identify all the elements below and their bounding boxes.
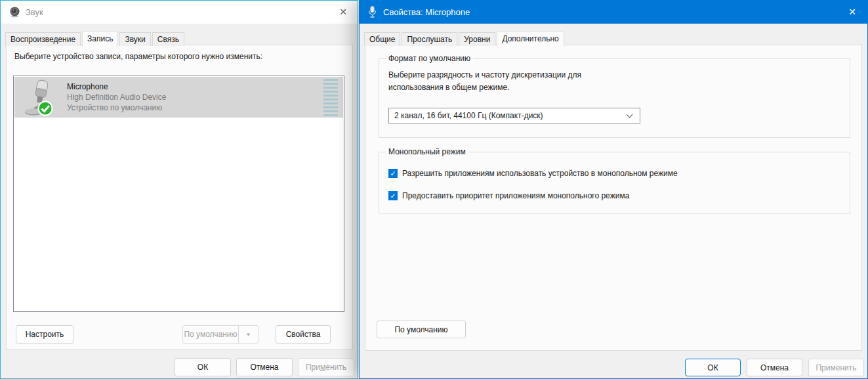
sound-window-title: Звук <box>26 1 43 24</box>
allow-exclusive-mode-checkbox[interactable]: ✓ <box>388 169 398 178</box>
properties-ok-button[interactable]: ОК <box>685 359 741 376</box>
exclusive-priority-row: ✓ Предоставить приоритет приложениям мон… <box>388 191 629 200</box>
sound-tabstrip: Воспроизведение Запись Звуки Связь <box>5 31 186 46</box>
device-default-status: Устройство по умолчанию <box>67 103 162 112</box>
default-format-legend: Формат по умолчанию <box>386 54 473 63</box>
sound-window: Звук ✕ Воспроизведение Запись Звуки Связ… <box>0 0 358 379</box>
recording-instruction: Выберите устройство записи, параметры ко… <box>14 52 262 61</box>
microphone-properties-window: Свойства: Microphone ✕ Общие Прослушать … <box>359 0 868 379</box>
sound-cancel-button[interactable]: Отмена <box>236 358 293 376</box>
recording-devices-list[interactable]: Microphone High Definition Audio Device … <box>13 76 344 312</box>
allow-exclusive-mode-label: Разрешить приложениям использовать устро… <box>402 169 678 178</box>
properties-tabstrip: Общие Прослушать Уровни Дополнительно <box>364 31 566 46</box>
tab-levels[interactable]: Уровни <box>459 32 495 46</box>
default-format-description-line2: использования в общем режиме. <box>388 81 509 94</box>
restore-defaults-button[interactable]: По умолчанию <box>377 321 466 338</box>
exclusive-priority-label: Предоставить приоритет приложениям моноп… <box>402 191 629 200</box>
properties-button[interactable]: Свойства <box>276 325 331 344</box>
default-format-groupbox: Формат по умолчанию Выберите разрядность… <box>379 58 850 138</box>
exclusive-priority-checkbox[interactable]: ✓ <box>388 191 398 200</box>
tab-general[interactable]: Общие <box>364 32 400 46</box>
sound-titlebar: Звук ✕ <box>1 1 358 24</box>
microphone-icon <box>368 6 377 20</box>
properties-titlebar: Свойства: Microphone ✕ <box>360 1 867 24</box>
tab-recording[interactable]: Запись <box>82 31 118 47</box>
desktop: Звук ✕ Воспроизведение Запись Звуки Связ… <box>0 0 868 379</box>
default-format-combobox[interactable]: 2 канал, 16 бит, 44100 Гц (Компакт-диск) <box>388 108 640 123</box>
default-format-description-line1: Выберите разрядность и частоту дискретиз… <box>388 69 581 81</box>
configure-button[interactable]: Настроить <box>16 325 73 344</box>
chevron-down-icon <box>627 112 633 118</box>
properties-window-title: Свойства: Microphone <box>383 1 470 24</box>
exclusive-mode-groupbox: Монопольный режим ✓ Разрешить приложения… <box>379 152 850 213</box>
recording-tab-page: Выберите устройство записи, параметры ко… <box>6 45 353 350</box>
close-icon[interactable]: ✕ <box>329 1 358 24</box>
properties-cancel-button[interactable]: Отмена <box>747 359 802 376</box>
tab-advanced[interactable]: Дополнительно <box>497 31 564 47</box>
input-level-meter <box>323 79 338 116</box>
tab-playback[interactable]: Воспроизведение <box>5 32 81 46</box>
device-row-microphone[interactable]: Microphone High Definition Audio Device … <box>14 77 343 118</box>
set-default-button[interactable]: По умолчанию <box>182 325 239 344</box>
device-name: Microphone <box>67 82 108 91</box>
sound-apply-button[interactable]: Применить <box>298 358 354 376</box>
apply-label-pre: При <box>306 363 320 372</box>
tab-communications[interactable]: Связь <box>152 32 184 46</box>
microphone-device-icon <box>21 79 58 119</box>
tab-sounds[interactable]: Звуки <box>119 32 150 46</box>
sound-ok-button[interactable]: ОК <box>175 358 231 376</box>
tab-listen[interactable]: Прослушать <box>402 32 457 46</box>
speaker-icon <box>9 7 21 20</box>
allow-exclusive-mode-row: ✓ Разрешить приложениям использовать уст… <box>388 169 678 178</box>
properties-apply-button[interactable]: Применить <box>808 359 864 376</box>
apply-label-mnemonic: м <box>320 363 325 372</box>
device-description: High Definition Audio Device <box>67 93 166 102</box>
set-default-dropdown-arrow-icon[interactable]: ▼ <box>238 325 258 344</box>
close-icon[interactable]: ✕ <box>837 1 867 24</box>
advanced-tab-page: Формат по умолчанию Выберите разрядность… <box>365 45 862 351</box>
apply-label-post: енить <box>325 363 346 372</box>
default-format-combobox-value: 2 канал, 16 бит, 44100 Гц (Компакт-диск) <box>389 111 627 120</box>
exclusive-mode-legend: Монопольный режим <box>386 147 468 156</box>
